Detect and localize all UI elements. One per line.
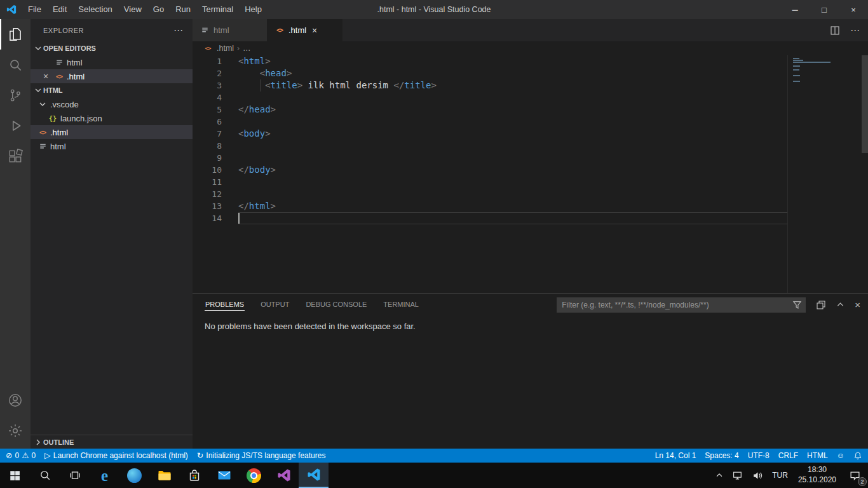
- feedback-icon[interactable]: ☺: [832, 449, 849, 463]
- breadcrumb-file[interactable]: .html: [217, 44, 234, 53]
- code-line-10[interactable]: 10</body>: [193, 164, 787, 176]
- editor-scrollbar[interactable]: [862, 55, 868, 153]
- task-view-button[interactable]: [60, 463, 90, 488]
- activity-accounts[interactable]: [0, 385, 31, 416]
- tray-chevron-up-icon[interactable]: [710, 463, 728, 488]
- indentation-status[interactable]: Spaces: 4: [700, 449, 743, 463]
- code-line-8[interactable]: 8: [193, 140, 787, 152]
- workspace-label: HTML: [43, 86, 63, 94]
- start-button[interactable]: [0, 463, 30, 488]
- taskbar-app-browser[interactable]: [119, 463, 149, 488]
- more-actions-icon[interactable]: ⋯: [850, 25, 860, 36]
- code-line-12[interactable]: 12: [193, 188, 787, 200]
- activity-source-control[interactable]: [0, 80, 31, 111]
- action-center-button[interactable]: 2: [842, 463, 868, 488]
- more-actions-icon[interactable]: ⋯: [173, 25, 184, 36]
- taskbar-app-file-explorer[interactable]: [149, 463, 179, 488]
- menu-edit[interactable]: Edit: [47, 0, 72, 19]
- code-line-7[interactable]: 7<body>: [193, 128, 787, 140]
- filter-icon[interactable]: [792, 300, 802, 309]
- close-icon[interactable]: ×: [43, 71, 53, 81]
- split-editor-icon[interactable]: [830, 25, 840, 36]
- activity-run-and-debug[interactable]: [0, 111, 31, 141]
- taskbar-app-vscode[interactable]: [299, 463, 329, 488]
- activity-extensions[interactable]: [0, 141, 31, 172]
- activity-manage[interactable]: [0, 416, 31, 446]
- code-line-9[interactable]: 9: [193, 152, 787, 164]
- line-content: [238, 212, 240, 224]
- menu-help[interactable]: Help: [239, 0, 268, 19]
- editor-tab-html[interactable]: <>.html×: [268, 19, 342, 41]
- notifications-bell-icon[interactable]: [849, 449, 867, 463]
- tree-item-launch-json[interactable]: {}launch.json: [31, 111, 193, 125]
- activity-search[interactable]: [0, 50, 31, 80]
- network-icon[interactable]: [728, 463, 748, 488]
- line-number: 3: [193, 79, 238, 92]
- volume-icon[interactable]: [748, 463, 768, 488]
- language-mode-status[interactable]: HTML: [803, 449, 832, 463]
- maximize-panel-icon[interactable]: [836, 300, 845, 309]
- open-in-editor-icon[interactable]: [816, 300, 826, 310]
- tab-label: html: [214, 25, 229, 35]
- code-line-11[interactable]: 11: [193, 176, 787, 188]
- open-editor-html[interactable]: ×<>.html: [31, 69, 193, 83]
- taskbar-app-mail[interactable]: [209, 463, 239, 488]
- warning-count: 0: [31, 451, 36, 460]
- filter-input[interactable]: [562, 301, 792, 309]
- menu-terminal[interactable]: Terminal: [196, 0, 239, 19]
- tree-item-vscode[interactable]: .vscode: [31, 97, 193, 111]
- minimize-button[interactable]: ─: [780, 0, 810, 19]
- taskbar-app-chrome[interactable]: [239, 463, 269, 488]
- close-panel-icon[interactable]: ×: [855, 299, 860, 310]
- problems-status[interactable]: ⊘ 0 ⚠ 0: [1, 449, 40, 463]
- editor-tab-html[interactable]: html: [193, 19, 268, 41]
- minimap[interactable]: [787, 55, 862, 293]
- tree-item-html[interactable]: <>.html: [31, 125, 193, 139]
- menu-file[interactable]: File: [22, 0, 47, 19]
- panel-tab-output[interactable]: OUTPUT: [260, 299, 290, 311]
- menu-view[interactable]: View: [118, 0, 147, 19]
- browser-icon: [127, 468, 142, 483]
- taskbar-search-button[interactable]: [30, 463, 60, 488]
- language-indicator[interactable]: TUR: [768, 463, 792, 488]
- code-line-2[interactable]: 2 <head>: [193, 67, 787, 79]
- line-number: 6: [193, 116, 238, 128]
- menu-run[interactable]: Run: [170, 0, 196, 19]
- panel-tab-terminal[interactable]: TERMINAL: [383, 299, 419, 311]
- code-line-4[interactable]: 4: [193, 92, 787, 104]
- encoding-status[interactable]: UTF-8: [743, 449, 774, 463]
- workspace-header[interactable]: HTML: [31, 83, 193, 97]
- line-number: 2: [193, 67, 238, 79]
- close-icon[interactable]: ×: [309, 25, 320, 36]
- taskbar-app-edge[interactable]: e: [90, 463, 119, 488]
- taskbar-app-store[interactable]: [179, 463, 209, 488]
- maximize-button[interactable]: □: [810, 0, 839, 19]
- panel-tab-problems[interactable]: PROBLEMS: [205, 299, 245, 311]
- outline-section-header[interactable]: OUTLINE: [31, 435, 193, 449]
- eol-status[interactable]: CRLF: [774, 449, 803, 463]
- close-window-button[interactable]: ×: [839, 0, 868, 19]
- code-line-3[interactable]: 3 <title> ilk html dersim </title>: [193, 79, 787, 92]
- code-line-6[interactable]: 6: [193, 116, 787, 128]
- code-line-5[interactable]: 5</head>: [193, 104, 787, 116]
- cursor-position[interactable]: Ln 14, Col 1: [651, 449, 701, 463]
- tree-item-html[interactable]: html: [31, 139, 193, 153]
- open-editor-html[interactable]: html: [31, 55, 193, 69]
- menu-go[interactable]: Go: [147, 0, 170, 19]
- file-label: .vscode: [50, 100, 79, 109]
- taskbar-app-visual-studio[interactable]: [269, 463, 299, 488]
- open-editors-header[interactable]: OPEN EDITORS: [31, 41, 193, 55]
- launch-status[interactable]: ▷ Launch Chrome against localhost (html): [40, 449, 193, 463]
- code-line-1[interactable]: 1<html>: [193, 55, 787, 67]
- activity-explorer[interactable]: [0, 19, 31, 50]
- breadcrumb-more[interactable]: …: [243, 44, 251, 53]
- code-line-14[interactable]: 14: [193, 212, 787, 224]
- tab-label: .html: [288, 25, 306, 35]
- menu-selection[interactable]: Selection: [72, 0, 118, 19]
- language-features-status[interactable]: ↻ Initializing JS/TS language features: [193, 449, 330, 463]
- problems-content: No problems have been detected in the wo…: [193, 316, 868, 331]
- code-line-13[interactable]: 13</html>: [193, 200, 787, 212]
- panel-tab-debug-console[interactable]: DEBUG CONSOLE: [305, 299, 367, 311]
- code-editor[interactable]: 1<html>2 <head>3 <title> ilk html dersim…: [193, 55, 868, 293]
- taskbar-clock[interactable]: 18:30 25.10.2020: [792, 463, 842, 488]
